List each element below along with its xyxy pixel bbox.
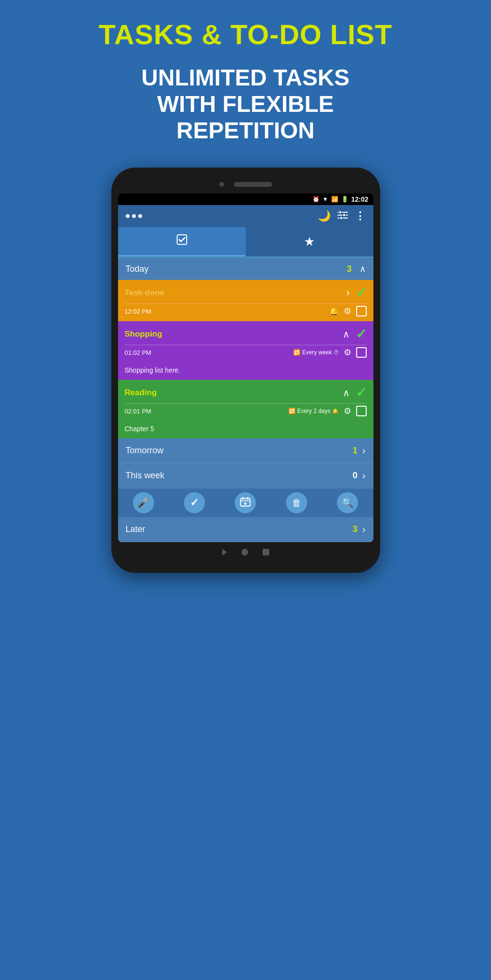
add-calendar-button[interactable] [235, 492, 256, 513]
shopping-check-icon[interactable]: ✓ [356, 326, 367, 342]
filter-icon[interactable] [337, 211, 348, 222]
task-title-row-reading: Reading ∧ ✓ [118, 380, 373, 403]
shopping-note: Shopping list here. [118, 363, 373, 380]
task-reading-title[interactable]: Reading [125, 388, 157, 398]
section-later-count: 3 [353, 524, 358, 534]
task-meta-shopping: 01:02 PM 🔁 Every week ⏱ ⚙ [118, 345, 373, 363]
toolbar-dots [126, 214, 142, 218]
tab-bar: ★ [118, 227, 373, 256]
task-checkbox-reading[interactable] [356, 406, 367, 416]
nav-back-button[interactable] [222, 549, 227, 556]
section-tomorrow[interactable]: Tomorrow 1 › [118, 438, 373, 463]
section-today-count: 3 [347, 264, 351, 274]
repeat-icon: 🔁 [293, 349, 300, 356]
task-shopping-time: 01:02 PM [125, 349, 152, 356]
section-tomorrow-count: 1 [353, 446, 358, 456]
delete-button[interactable]: 🗑 [286, 492, 307, 513]
subtitle: UNLIMITED TASKS WITH FLEXIBLE REPETITION [142, 50, 350, 144]
tasks-tab-icon [175, 233, 189, 249]
mic-button[interactable]: 🎤 [133, 492, 154, 513]
phone-mockup: ⏰ ▼ 📶 🔋 12:02 🌙 [111, 168, 380, 573]
gear-icon-reading[interactable]: ⚙ [344, 406, 351, 416]
tomorrow-chevron: › [362, 445, 366, 456]
task-item-reading: Reading ∧ ✓ 02:01 PM 🔁 Every 2 days 🔔 ⚙ [118, 380, 373, 438]
task-expand-icon[interactable]: › [346, 287, 349, 299]
section-this-week[interactable]: This week 0 › [118, 463, 373, 488]
bottom-toolbar: 🎤 ✓ 🗑 [118, 488, 373, 517]
task-checkbox-shopping[interactable] [356, 347, 367, 358]
section-later-label: Later [126, 524, 145, 534]
task-done-title[interactable]: Task done [125, 288, 165, 298]
task-done-time: 12:02 PM [125, 308, 152, 315]
repeat-clock-icon: ⏱ [334, 350, 339, 355]
phone-top-bar [118, 177, 373, 194]
section-today[interactable]: Today 3 ∧ [118, 258, 373, 280]
section-tomorrow-label: Tomorrow [126, 446, 164, 456]
battery-icon: 🔋 [341, 196, 348, 203]
this-week-chevron: › [362, 470, 366, 481]
section-this-week-right: 0 › [353, 470, 366, 481]
reading-expand-icon[interactable]: ∧ [343, 387, 350, 399]
checkmark-icon: ✓ [190, 496, 199, 509]
subtitle-line2: WITH FLEXIBLE [157, 91, 334, 117]
reading-check-icon[interactable]: ✓ [356, 385, 367, 400]
dot-1 [126, 214, 130, 218]
status-bar: ⏰ ▼ 📶 🔋 12:02 [118, 194, 373, 205]
reading-repeat-text: Every 2 days [297, 408, 330, 414]
alarm-icon: ⏰ [312, 196, 320, 203]
section-later[interactable]: Later 3 › [118, 517, 373, 542]
svg-point-4 [343, 214, 346, 217]
tab-tasks[interactable] [118, 227, 246, 256]
repeat-icon-reading: 🔁 [288, 408, 296, 414]
reading-note: Chapter 5 [118, 421, 373, 438]
search-icon: 🔍 [342, 497, 354, 508]
gear-icon-shopping[interactable]: ⚙ [344, 347, 351, 358]
task-check-icon[interactable]: ✓ [356, 285, 367, 301]
task-meta-done: 12:02 PM 🔔 ⚙ [118, 304, 373, 321]
speaker [234, 182, 272, 187]
nav-home-button[interactable] [241, 549, 248, 556]
shopping-repeat-text: Every week [302, 349, 332, 356]
svg-point-3 [339, 211, 342, 214]
reading-repeat-label: 🔁 Every 2 days 🔔 [288, 408, 338, 414]
mic-icon: 🎤 [137, 497, 149, 508]
status-time: 12:02 [351, 195, 369, 203]
signal-icon: 📶 [331, 196, 338, 203]
bell-icon-reading: 🔔 [332, 408, 339, 414]
svg-point-5 [340, 217, 343, 219]
dot-2 [132, 214, 136, 218]
dot-3 [138, 214, 142, 218]
tab-favorites[interactable]: ★ [246, 227, 373, 256]
toolbar-right: 🌙 ⋮ [318, 210, 366, 222]
subtitle-line3: REPETITION [176, 118, 314, 143]
task-item-done: Task done › ✓ 12:02 PM 🔔 ⚙ [118, 280, 373, 321]
section-this-week-count: 0 [353, 471, 358, 481]
wifi-icon: ▼ [323, 196, 328, 203]
calendar-plus-icon [240, 496, 251, 509]
task-shopping-title[interactable]: Shopping [125, 329, 162, 339]
reading-meta-right: 🔁 Every 2 days 🔔 ⚙ [288, 406, 366, 416]
later-chevron: › [362, 524, 366, 535]
task-meta-reading: 02:01 PM 🔁 Every 2 days 🔔 ⚙ [118, 404, 373, 421]
task-item-shopping: Shopping ∧ ✓ 01:02 PM 🔁 Every week ⏱ ⚙ [118, 321, 373, 380]
menu-icon[interactable]: ⋮ [355, 210, 366, 222]
subtitle-line1: UNLIMITED TASKS [142, 65, 350, 90]
bell-icon[interactable]: 🔔 [329, 307, 339, 316]
nav-recents-button[interactable] [263, 549, 269, 556]
camera-dot [219, 182, 224, 187]
section-later-right: 3 › [353, 524, 366, 535]
shopping-expand-icon[interactable]: ∧ [343, 328, 350, 340]
section-tomorrow-right: 1 › [353, 445, 366, 456]
task-checkbox-done[interactable] [356, 306, 367, 316]
search-button[interactable]: 🔍 [337, 492, 358, 513]
phone-screen: ⏰ ▼ 📶 🔋 12:02 🌙 [118, 194, 373, 542]
chevron-up-icon: ∧ [359, 264, 366, 274]
shopping-repeat-label: 🔁 Every week ⏱ [293, 349, 338, 356]
app-title: TASKS & TO-DO LIST [99, 19, 393, 50]
moon-icon[interactable]: 🌙 [318, 210, 331, 222]
gear-icon-done[interactable]: ⚙ [344, 306, 351, 316]
check-button[interactable]: ✓ [184, 492, 205, 513]
section-this-week-label: This week [126, 471, 165, 481]
task-title-row-shopping: Shopping ∧ ✓ [118, 321, 373, 345]
phone-nav-bar [118, 542, 373, 558]
